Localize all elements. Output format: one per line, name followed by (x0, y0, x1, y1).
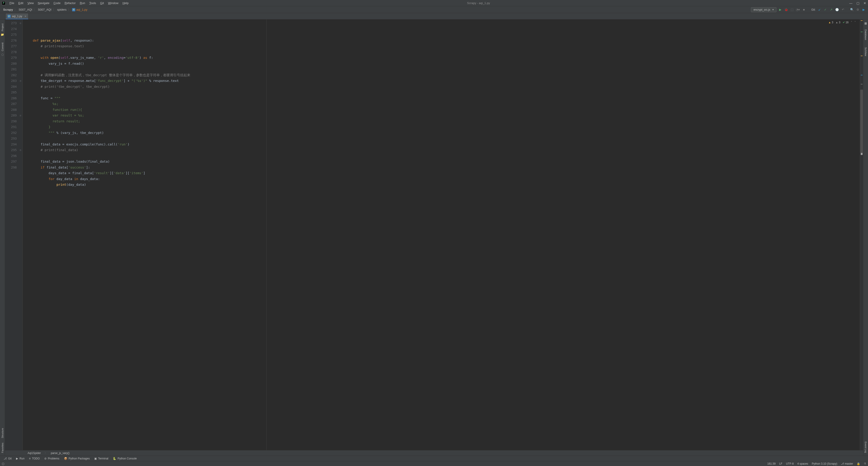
stop-icon[interactable]: ■ (802, 8, 806, 12)
interpreter[interactable]: Python 3.10 (Scrapy) (812, 462, 837, 465)
settings-icon[interactable]: ⚙ (856, 8, 860, 12)
menu-edit[interactable]: Edit (17, 0, 25, 6)
run-icon[interactable]: ▶ (778, 8, 782, 12)
vertical-scrollbar[interactable] (860, 90, 863, 153)
menu-git[interactable]: Git (98, 0, 106, 6)
notifications-icon[interactable]: ▦ (864, 22, 867, 25)
breadcrumb-item[interactable]: S007_AQI (37, 7, 52, 12)
line-separator[interactable]: LF (779, 462, 782, 465)
code-line[interactable]: def parse_ajax(self, response): (25, 38, 860, 43)
main-area: Project 📁 Commit ◌ Structure Favorites 2… (0, 20, 868, 456)
tool-terminal[interactable]: ▣Terminal (92, 457, 110, 461)
tool-problems[interactable]: ⊘Problems (42, 457, 61, 461)
code-line[interactable]: final_data = execjs.compile(func).call('… (25, 142, 860, 147)
tool-todo[interactable]: ≡TODO (27, 457, 41, 461)
tab-aqi-1-py[interactable]: P aqi_1.py ✕ (5, 13, 29, 19)
code-line[interactable]: return result; (25, 119, 860, 124)
tool-python-packages[interactable]: 📦Python Packages (62, 457, 92, 461)
git-branch[interactable]: ⎇ master (841, 462, 853, 465)
code-line[interactable]: } (25, 124, 860, 130)
project-tool-button[interactable]: Project (1, 24, 4, 31)
git-commit-icon[interactable]: ✓ (823, 8, 827, 12)
code-line[interactable] (25, 136, 860, 142)
menu-navigate[interactable]: Navigate (36, 0, 51, 6)
crumb-class[interactable]: Aqi1Spider (28, 452, 41, 455)
code-line[interactable]: for day_data in days_data: (25, 176, 860, 182)
breadcrumbs: Scrapy〉S007_AQI〉S007_AQI〉spiders〉Paqi_1.… (2, 7, 751, 12)
menu-view[interactable]: View (26, 0, 35, 6)
python-file-icon: P (72, 8, 75, 11)
menu-refactor[interactable]: Refactor (63, 0, 78, 6)
code-line[interactable]: print(day_data) (25, 182, 860, 188)
close-button[interactable]: ✕ (864, 1, 866, 5)
code-line[interactable] (25, 153, 860, 159)
error-stripe[interactable] (860, 20, 863, 450)
status-left-icon[interactable]: ▢ (2, 462, 4, 465)
next-highlight-icon[interactable]: ˅ (855, 21, 856, 24)
profile-icon[interactable]: ◔▾ (796, 8, 800, 12)
inspection-widget[interactable]: ▲3 ▲3 ✔16 ˄ ˅ (828, 21, 856, 24)
prev-highlight-icon[interactable]: ˄ (851, 21, 852, 24)
breadcrumb-item[interactable]: S007_AQI (18, 7, 33, 12)
breadcrumb-item[interactable]: Paqi_1.py (71, 7, 88, 12)
code-line[interactable]: function run(){ (25, 107, 860, 113)
sync-status-icon[interactable]: ⚗ (864, 462, 866, 465)
error-icon: ▲ (828, 21, 831, 24)
minimize-button[interactable]: — (849, 1, 852, 5)
folder-icon: 📁 (1, 33, 4, 36)
code-line[interactable]: """ % (vary_js, tbe_decrypt) (25, 130, 860, 136)
code-line[interactable]: var result = %s; (25, 113, 860, 119)
structure-tool-button[interactable]: Structure (1, 428, 4, 438)
code-line[interactable]: days_data = final_data['result']['data']… (25, 170, 860, 176)
menu-tools[interactable]: Tools (88, 0, 98, 6)
favorites-tool-button[interactable]: Favorites (1, 443, 4, 453)
code-line[interactable]: # print(response.text) (25, 43, 860, 49)
file-encoding[interactable]: UTF-8 (786, 462, 794, 465)
crumb-method[interactable]: parse_js_vary() (51, 452, 70, 455)
code-line[interactable]: # 调用解码函数，注意形式，tbe_decrypt 整体是个字符串，参数也是字符… (25, 72, 860, 78)
run-config-selector[interactable]: encrypt_src.js ▼ (751, 7, 776, 12)
sciview-tool-button[interactable]: SciView (864, 47, 867, 56)
database-tool-button[interactable]: Database (864, 29, 867, 40)
sync-icon[interactable]: ▶ (862, 8, 866, 12)
breadcrumb-item[interactable]: Scrapy (2, 7, 14, 12)
git-push-icon[interactable]: ↗ (829, 8, 833, 12)
code-line[interactable]: with open(self.vary_js_name, 'r', encodi… (25, 55, 860, 61)
code-line[interactable]: vary_js = f.read() (25, 61, 860, 67)
event-log-button[interactable]: Event Log (864, 442, 867, 453)
code-line[interactable]: %s; (25, 101, 860, 107)
maximize-button[interactable]: ▢ (857, 1, 860, 5)
code-line[interactable] (25, 49, 860, 55)
menu-file[interactable]: File (8, 0, 16, 6)
code-content[interactable]: def parse_ajax(self, response): # print(… (23, 20, 860, 450)
indent-setting[interactable]: 4 spaces (797, 462, 808, 465)
commit-tool-button[interactable]: Commit (1, 42, 4, 51)
debug-icon[interactable]: 🐞 (784, 8, 788, 12)
tool-git[interactable]: ⎇Git (2, 457, 13, 461)
code-line[interactable] (25, 66, 860, 72)
search-icon[interactable]: 🔍 (850, 8, 854, 12)
tab-label: aqi_1.py (12, 15, 22, 18)
code-line[interactable]: if final_data['success']: (25, 165, 860, 171)
close-tab-icon[interactable]: ✕ (24, 15, 26, 18)
coverage-icon[interactable]: ⬚ (790, 8, 794, 12)
fold-gutter: ⊟⊟⊟⊟ (19, 20, 23, 450)
menu-code[interactable]: Code (52, 0, 62, 6)
code-line[interactable]: # print(final_data) (25, 147, 860, 153)
cursor-position[interactable]: 161:39 (767, 462, 776, 465)
lock-icon[interactable]: 🔒 (857, 462, 860, 465)
code-line[interactable]: final_data = json.loads(final_data) (25, 159, 860, 165)
code-line[interactable] (25, 90, 860, 95)
titlebar: P FileEditViewNavigateCodeRefactorRunToo… (0, 0, 868, 6)
tool-python-console[interactable]: 🐍Python Console (111, 457, 138, 461)
code-line[interactable]: # print('tbe_decrypt', tbe_decrypt) (25, 84, 860, 90)
code-line[interactable]: func = """ (25, 95, 860, 101)
git-update-icon[interactable]: ↙ (817, 8, 822, 12)
menu-run[interactable]: Run (78, 0, 87, 6)
tool-run[interactable]: ▶Run (14, 457, 26, 461)
margin-guide (266, 20, 267, 450)
git-history-icon[interactable]: 🕘 (835, 8, 839, 12)
breadcrumb-item[interactable]: spiders (56, 7, 67, 12)
git-rollback-icon[interactable]: ↶ (841, 8, 845, 12)
code-line[interactable]: tbe_decrypt = response.meta['func_decryp… (25, 78, 860, 84)
